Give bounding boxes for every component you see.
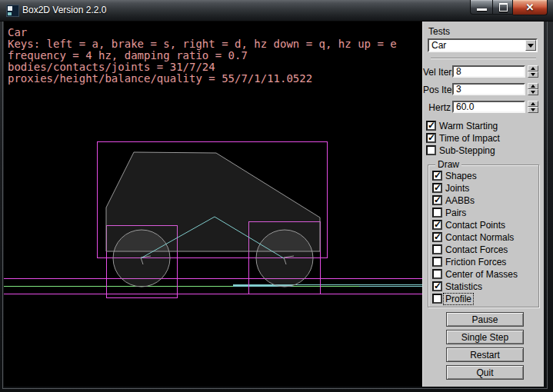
wheel-right bbox=[256, 230, 313, 287]
triangle-down-icon bbox=[531, 91, 535, 94]
checkbox-box[interactable] bbox=[432, 294, 442, 304]
checkbox-box[interactable]: ✓ bbox=[432, 232, 442, 242]
vel-iters-label: Vel Iters bbox=[423, 67, 451, 78]
checkbox-box[interactable]: ✓ bbox=[426, 121, 436, 131]
checkbox-label[interactable]: Time of Impact bbox=[439, 133, 500, 144]
stats-line: frequency = 4 hz, damping ratio = 0.7 bbox=[8, 50, 397, 61]
checkbox-label[interactable]: Profile bbox=[444, 294, 473, 304]
checkbox-label[interactable]: Friction Forces bbox=[445, 257, 506, 267]
draw-group-title: Draw bbox=[435, 159, 461, 170]
separator bbox=[431, 58, 536, 59]
chevron-down-icon bbox=[528, 44, 534, 48]
checkbox-box[interactable] bbox=[426, 145, 436, 155]
title-bar[interactable]: Box2D Version 2.2.0 ✕ bbox=[0, 0, 553, 22]
close-icon: ✕ bbox=[526, 2, 535, 13]
checkbox-label[interactable]: Contact Normals bbox=[445, 232, 514, 243]
stats-line: proxies/height/balance/quality = 55/7/1/… bbox=[8, 73, 397, 85]
checkbox-label[interactable]: Center of Masses bbox=[445, 269, 518, 280]
checkbox-box[interactable]: ✓ bbox=[432, 281, 442, 291]
hertz-label: Hertz bbox=[423, 102, 451, 113]
spinner-down-button[interactable] bbox=[528, 71, 538, 78]
spinner-up-button[interactable] bbox=[528, 101, 538, 107]
checkbox-box[interactable]: ✓ bbox=[432, 195, 442, 205]
checkbox-box[interactable]: ✓ bbox=[432, 183, 442, 193]
window-title: Box2D Version 2.2.0 bbox=[22, 5, 106, 15]
minimize-button[interactable] bbox=[470, 0, 493, 15]
vel-iters-input[interactable]: 8 bbox=[452, 65, 525, 78]
vel-iters-spinner bbox=[528, 65, 538, 78]
maximize-icon bbox=[499, 3, 508, 12]
window-frame-left bbox=[2, 22, 3, 389]
triangle-up-icon bbox=[531, 102, 535, 105]
checkbox-label[interactable]: Contact Points bbox=[445, 220, 505, 231]
checkbox-label[interactable]: Statistics bbox=[445, 281, 482, 292]
tests-label: Tests bbox=[428, 26, 450, 37]
checkbox-box[interactable] bbox=[432, 257, 442, 267]
hertz-spinner bbox=[528, 101, 538, 114]
checkbox-label[interactable]: AABBs bbox=[445, 195, 475, 206]
checkbox-box[interactable] bbox=[432, 208, 442, 218]
checkbox-box[interactable] bbox=[432, 269, 442, 279]
spinner-up-button[interactable] bbox=[528, 83, 538, 89]
pause-button[interactable]: Pause bbox=[446, 312, 524, 327]
checkbox-box[interactable]: ✓ bbox=[432, 220, 442, 230]
window-frame-right bbox=[547, 22, 548, 389]
spinner-up-button[interactable] bbox=[528, 65, 538, 71]
window-frame-bottom bbox=[2, 388, 548, 389]
debug-stats-text: CarKeys: left = a, brake = s, right = d,… bbox=[8, 27, 397, 85]
checkbox-label[interactable]: Joints bbox=[445, 183, 469, 194]
stats-line: Car bbox=[8, 27, 397, 38]
stats-line: bodies/contacts/joints = 31/7/24 bbox=[8, 61, 397, 73]
test-select-value: Car bbox=[431, 40, 446, 51]
checkbox-label[interactable]: Contact Forces bbox=[445, 244, 508, 255]
checkbox-box[interactable] bbox=[432, 244, 442, 254]
triangle-down-icon bbox=[531, 108, 535, 111]
dropdown-arrow-button[interactable] bbox=[525, 40, 536, 51]
box2d-app-icon bbox=[6, 5, 19, 17]
pos-iters-label: Pos Iters bbox=[423, 85, 451, 95]
spinner-down-button[interactable] bbox=[528, 89, 538, 95]
triangle-down-icon bbox=[531, 73, 535, 76]
triangle-up-icon bbox=[531, 67, 535, 70]
single-step-button[interactable]: Single Step bbox=[446, 330, 524, 344]
checkbox-box[interactable]: ✓ bbox=[432, 171, 442, 181]
restart-button[interactable]: Restart bbox=[446, 347, 524, 362]
application-window: { "window": { "title": "Box2D Version 2.… bbox=[0, 0, 553, 392]
quit-button[interactable]: Quit bbox=[446, 365, 524, 380]
simulation-canvas[interactable]: CarKeys: left = a, brake = s, right = d,… bbox=[4, 22, 422, 387]
close-button[interactable]: ✕ bbox=[512, 0, 548, 15]
pos-iters-input[interactable]: 3 bbox=[452, 83, 525, 95]
checkbox-label[interactable]: Sub-Stepping bbox=[439, 145, 495, 156]
minimize-icon bbox=[477, 8, 487, 11]
maximize-button[interactable] bbox=[492, 0, 513, 15]
spinner-down-button[interactable] bbox=[528, 107, 538, 113]
control-panel: Tests Car Vel Iters 8 Pos Iters 3 Hertz … bbox=[422, 22, 544, 387]
test-select-dropdown[interactable]: Car bbox=[428, 38, 538, 52]
checkbox-label[interactable]: Warm Starting bbox=[439, 121, 498, 131]
triangle-up-icon bbox=[531, 85, 535, 88]
pos-iters-spinner bbox=[528, 83, 538, 96]
hertz-input[interactable]: 60.0 bbox=[452, 101, 525, 113]
checkbox-box[interactable]: ✓ bbox=[426, 133, 436, 143]
checkbox-label[interactable]: Shapes bbox=[445, 171, 477, 181]
checkbox-label[interactable]: Pairs bbox=[445, 208, 466, 218]
stats-line: Keys: left = a, brake = s, right = d, hz… bbox=[8, 38, 397, 50]
